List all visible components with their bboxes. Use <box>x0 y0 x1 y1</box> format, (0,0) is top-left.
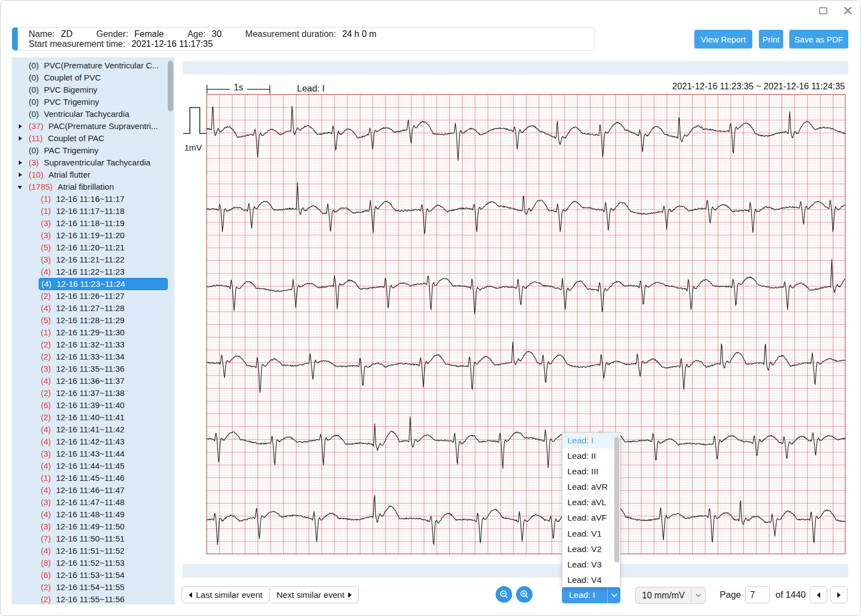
panel-top-strip <box>183 61 848 74</box>
sidebar-event-item[interactable]: (6) 12-16 11:39~11:40 <box>39 399 168 411</box>
sidebar-event-item[interactable]: (1) 12-16 11:29~11:30 <box>39 326 168 339</box>
expand-arrow-icon[interactable] <box>19 173 22 177</box>
print-button[interactable]: Print <box>759 30 783 49</box>
lead-option[interactable]: Lead: V4 <box>562 572 620 587</box>
event-count: (3) <box>29 158 39 167</box>
last-similar-event-button[interactable]: Last similar event <box>182 586 270 603</box>
event-count: (5) <box>41 243 51 252</box>
lead-option[interactable]: Lead: aVR <box>562 479 620 495</box>
view-report-button[interactable]: View Report <box>694 30 752 49</box>
sidebar-event-item[interactable]: (8) 12-16 11:52~11:53 <box>39 557 168 569</box>
close-button[interactable]: ✕ <box>841 4 855 18</box>
maximize-button[interactable] <box>819 7 827 14</box>
sidebar-tree-item[interactable]: (3) Supraventricular Tachycardia <box>12 157 174 169</box>
sidebar-event-item[interactable]: (6) 12-16 11:53~11:54 <box>39 569 168 581</box>
sidebar-tree-item[interactable]: (10) Atrial flutter <box>12 169 174 181</box>
event-time: 12-16 11:39~11:40 <box>56 400 125 410</box>
sidebar-event-item[interactable]: (2) 12-16 11:40~11:41 <box>39 411 168 424</box>
sidebar-tree-item[interactable]: (11) Couplet of PAC <box>12 132 174 144</box>
zoom-in-button[interactable] <box>516 586 533 603</box>
event-count: (3) <box>41 255 51 264</box>
save-as-pdf-button[interactable]: Save as PDF <box>789 30 848 49</box>
event-time: 12-16 11:28~11:29 <box>56 315 125 325</box>
sidebar-tree-item[interactable]: (37) PAC(Premature Supraventri... <box>12 120 174 132</box>
sidebar-event-item[interactable]: (2) 12-16 11:33~11:34 <box>39 351 168 363</box>
sidebar-tree-item[interactable]: (0) PVC(Premature Ventricular C... <box>12 60 174 72</box>
sidebar-event-item[interactable]: (2) 12-16 11:54~11:55 <box>39 581 168 593</box>
sidebar-event-item[interactable]: (1) 12-16 11:45~11:46 <box>39 472 168 484</box>
sidebar-tree-item[interactable]: (0) PAC Trigeminy <box>12 144 174 157</box>
calibration-label: 1mV <box>184 143 202 153</box>
previous-page-button[interactable] <box>810 586 827 603</box>
event-count: (6) <box>41 400 51 410</box>
sidebar-event-item[interactable]: (1) 12-16 11:16~11:17 <box>39 193 168 205</box>
lead-select[interactable]: Lead: I <box>562 587 620 603</box>
event-count: (0) <box>29 73 39 82</box>
zoom-out-button[interactable] <box>496 586 512 603</box>
sidebar-event-item[interactable]: (4) 12-16 11:48~11:49 <box>39 508 168 521</box>
lead-option[interactable]: Lead: V1 <box>562 526 620 542</box>
sidebar-event-item[interactable]: (5) 12-16 11:20~11:21 <box>39 242 168 254</box>
sidebar-scrollbar[interactable] <box>168 61 173 111</box>
zoom-out-icon <box>499 590 509 599</box>
sidebar-event-item[interactable]: (2) 12-16 11:32~11:33 <box>39 339 168 351</box>
event-type-label: Atrial fibrillation <box>58 182 114 191</box>
event-time: 12-16 11:36~11:37 <box>56 376 125 385</box>
event-count: (2) <box>41 291 51 301</box>
sidebar-event-item[interactable]: (3) 12-16 11:18~11:19 <box>39 217 168 229</box>
sidebar-event-item[interactable]: (2) 12-16 11:37~11:38 <box>39 387 168 399</box>
event-count: (3) <box>41 231 51 240</box>
lead-option[interactable]: Lead: V2 <box>562 542 620 557</box>
sidebar-event-item[interactable]: (3) 12-16 11:49~11:50 <box>39 521 168 533</box>
expand-arrow-icon[interactable] <box>19 160 22 165</box>
sidebar-tree-item[interactable]: (0) Couplet of PVC <box>12 72 174 84</box>
lead-option[interactable]: Lead: I <box>562 433 620 448</box>
lead-option[interactable]: Lead: V3 <box>562 557 620 572</box>
sidebar-event-item[interactable]: (4) 12-16 11:42~11:43 <box>39 436 168 448</box>
sidebar-event-item[interactable]: (4) 12-16 11:23~11:24 <box>39 278 168 290</box>
sidebar-event-item[interactable]: (4) 12-16 11:27~11:28 <box>39 302 168 314</box>
sidebar-event-item[interactable]: (3) 12-16 11:21~11:22 <box>39 254 168 266</box>
next-similar-event-button[interactable]: Next similar event <box>269 586 359 603</box>
lead-option[interactable]: Lead: II <box>562 448 620 464</box>
sidebar-event-item[interactable]: (3) 12-16 11:43~11:44 <box>39 448 168 460</box>
event-count: (0) <box>29 61 39 70</box>
sidebar-event-item[interactable]: (3) 12-16 11:47~11:48 <box>39 496 168 508</box>
lead-option[interactable]: Lead: aVL <box>562 495 620 510</box>
expand-arrow-icon[interactable] <box>19 124 22 128</box>
event-count: (2) <box>41 340 51 349</box>
sidebar-event-item[interactable]: (4) 12-16 11:46~11:47 <box>39 484 168 496</box>
sidebar-event-item[interactable]: (5) 12-16 11:28~11:29 <box>39 314 168 326</box>
sidebar-event-item[interactable]: (1) 12-16 11:17~11:18 <box>39 205 168 217</box>
sidebar-tree-item[interactable]: (0) Ventricular Tachycardia <box>12 108 174 120</box>
page-total: of 1440 <box>775 590 806 600</box>
sidebar-event-item[interactable]: (4) 12-16 11:22~11:23 <box>39 266 168 278</box>
sidebar-tree-item[interactable]: (0) PVC Trigeminy <box>12 96 174 108</box>
dropdown-scrollbar[interactable] <box>614 437 619 563</box>
sidebar-tree-item[interactable]: (1785) Atrial fibrillation <box>12 181 174 193</box>
sidebar-event-item[interactable]: (4) 12-16 11:51~11:52 <box>39 545 168 557</box>
sidebar-event-item[interactable]: (2) 12-16 11:55~11:56 <box>39 593 168 604</box>
left-arrow-icon <box>189 592 192 598</box>
patient-field: Measurement duration: 24 h 0 m <box>245 29 376 39</box>
sidebar-event-item[interactable]: (4) 12-16 11:36~11:37 <box>39 375 168 387</box>
event-tree: (0) PVC(Premature Ventricular C... (0) C… <box>12 60 174 604</box>
event-time: 12-16 11:18~11:19 <box>56 218 125 228</box>
sidebar-event-item[interactable]: (2) 12-16 11:26~11:27 <box>39 290 168 302</box>
sidebar-event-item[interactable]: (3) 12-16 11:35~11:36 <box>39 363 168 375</box>
lead-option[interactable]: Lead: aVF <box>562 510 620 526</box>
next-page-button[interactable] <box>830 586 848 603</box>
event-count: (0) <box>29 97 39 106</box>
expand-arrow-icon[interactable] <box>18 186 22 189</box>
sidebar-event-item[interactable]: (4) 12-16 11:44~11:45 <box>39 460 168 472</box>
sidebar-tree-item[interactable]: (0) PVC Bigeminy <box>12 84 174 96</box>
sidebar-event-item[interactable]: (7) 12-16 11:50~11:51 <box>39 533 168 545</box>
sidebar-event-item[interactable]: (3) 12-16 11:19~11:20 <box>39 229 168 242</box>
gain-select[interactable]: 10 mm/mV <box>635 587 706 604</box>
lead-option[interactable]: Lead: III <box>562 464 620 479</box>
page-number-input[interactable] <box>745 586 770 603</box>
accent-bar <box>12 28 18 50</box>
sidebar-event-item[interactable]: (4) 12-16 11:41~11:42 <box>39 424 168 436</box>
event-time: 12-16 11:26~11:27 <box>56 291 125 301</box>
expand-arrow-icon[interactable] <box>19 136 22 141</box>
